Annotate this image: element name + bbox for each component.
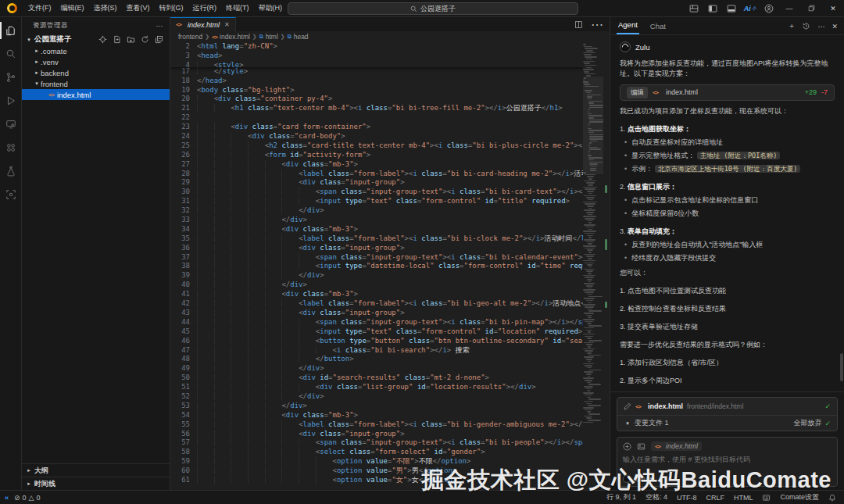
code-line[interactable]: 4 <style> [170,61,583,67]
code-line[interactable]: 52 </div> [170,392,583,402]
code-line[interactable]: 21 <h1 class="text-center mb-4"><i class… [170,104,583,113]
code-line[interactable]: 23 <div class="card form-container"> [170,123,583,132]
context-file-tag[interactable]: <> index.html [651,441,702,451]
comate-ai-icon[interactable]: Ai✧ [741,0,760,16]
code-line[interactable]: 40 </div> [170,281,583,290]
code-line[interactable]: 17 </style> [170,67,583,77]
remote-indicator-icon[interactable]: ›‹ [5,494,8,502]
menu-item[interactable]: 帮助(H) [254,1,288,16]
add-context-icon[interactable] [623,442,631,451]
code-line[interactable]: 45 <input type="text" class="form-contro… [170,327,583,337]
code-line[interactable]: 60 <option value="男">男</option> [170,466,583,476]
code-line[interactable]: 32 </div> [170,206,583,216]
code-line[interactable]: 35 <label class="form-label"><i class="b… [170,234,583,244]
status-item[interactable]: CRLF [706,494,724,502]
chat-scrollbar[interactable] [840,353,843,381]
close-window-button[interactable]: ✕ [822,0,844,16]
split-editor-icon[interactable] [574,20,583,29]
code-line[interactable]: 18</head> [170,77,583,86]
locate-file-icon[interactable] [98,35,107,44]
code-line[interactable]: 46 <button type="button" class="btn btn-… [170,337,583,346]
menu-item[interactable]: 转到(G) [155,1,188,16]
status-item[interactable]: 空格: 4 [646,492,667,502]
outline-section[interactable]: ▸大纲 [22,463,170,477]
remote-explorer-icon[interactable] [0,113,22,136]
code-line[interactable]: 31 <input type="text" class="form-contro… [170,197,583,206]
chevron-down-icon[interactable]: ▾ [624,420,631,427]
restore-button[interactable] [800,0,822,16]
menu-item[interactable]: 运行(R) [188,1,222,16]
timeline-section[interactable]: ▸时间线 [22,477,170,490]
code-line[interactable]: 48 </button> [170,355,583,364]
status-item[interactable]: 行 9, 列 1 [606,492,636,502]
source-control-icon[interactable] [0,66,22,89]
code-line[interactable]: 2<html lang="zh-CN"> [170,42,583,52]
notifications-bell-icon[interactable] [828,494,836,502]
tree-item-comate[interactable]: ▸.comate [22,45,170,56]
collapse-all-icon[interactable] [155,35,163,44]
code-line[interactable]: 41 <div class="mb-3"> [170,290,583,299]
chevron-down-icon[interactable]: ▾ [648,476,656,482]
attach-image-icon[interactable] [637,442,646,451]
code-line[interactable]: 29 <div class="input-group"> [170,178,583,188]
tree-item-frontend[interactable]: ▾frontend [22,78,170,89]
code-line[interactable]: 28 <label class="form-label"><i class="b… [170,170,583,179]
tree-item-venv[interactable]: ▸.venv [22,56,170,67]
explorer-icon[interactable] [0,19,22,42]
status-item[interactable]: HTML [734,494,753,502]
edit-file-card[interactable]: 编辑 <> index.html +29 -7 [620,84,835,101]
code-line[interactable]: 47 <i class="bi bi-search"></i> 搜索 [170,346,583,356]
code-line[interactable]: 50 <div id="search-results" class="mt-2 … [170,374,583,383]
agent-selector[interactable]: Zulu [634,475,648,483]
code-line[interactable]: 51 <div class="list-group" id="location-… [170,383,583,392]
status-item[interactable]: UTF-8 [677,494,697,502]
code-line[interactable]: 61 <option value="女">女</option> [170,476,583,485]
menu-item[interactable]: 编辑(E) [56,1,89,16]
history-icon[interactable] [802,22,810,30]
minimize-button[interactable]: — [778,0,800,16]
problems-indicator[interactable]: ⊘0 △0 [14,494,41,502]
code-line[interactable]: 57 <span class="input-group-text"><i cla… [170,438,583,448]
code-line[interactable]: 25 <h2 class="card-title text-center mb-… [170,141,583,151]
code-line[interactable]: 27 <div class="mb-3"> [170,160,583,170]
code-line[interactable]: 49 </div> [170,364,583,374]
new-file-icon[interactable] [113,35,121,44]
discard-all-button[interactable]: 全部放弃 [793,418,821,428]
code-line[interactable]: 3<head> [170,52,583,61]
explorer-more-icon[interactable]: ⋯ [156,22,164,30]
refresh-icon[interactable] [141,35,149,44]
code-line[interactable]: 36 <div class="input-group"> [170,244,583,253]
code-line[interactable]: 33 </div> [170,216,583,225]
menu-item[interactable]: 终端(T) [221,1,254,16]
breadcrumb-item[interactable]: html [266,33,278,41]
menu-item[interactable]: 选择(S) [89,1,122,16]
search-view-icon[interactable] [0,42,22,66]
tree-item-backend[interactable]: ▸backend [22,67,170,78]
code-line[interactable]: 43 <div class="input-group"> [170,309,583,318]
code-line[interactable]: 58 <select class="form-select" id="gende… [170,448,583,457]
code-line[interactable]: 53 </div> [170,402,583,411]
command-center-search[interactable]: 公园逛搭子 [288,2,578,15]
code-line[interactable]: 54 <div class="mb-3"> [170,411,583,420]
code-line[interactable]: 34 <div class="mb-3"> [170,225,583,234]
code-line[interactable]: 26 <form id="activity-form"> [170,151,583,160]
code-area[interactable]: 2<html lang="zh-CN">3<head>4 <style> 17 … [170,42,583,490]
testing-icon[interactable] [0,159,22,183]
menu-item[interactable]: 查看(V) [122,1,155,16]
chat-close-icon[interactable]: ✕ [831,23,838,30]
code-line[interactable]: 37 <span class="input-group-text"><i cla… [170,253,583,263]
account-icon[interactable] [760,0,778,16]
minimap[interactable] [583,42,603,490]
code-line[interactable]: 24 <div class="card-body"> [170,132,583,141]
comate-settings[interactable]: Comate设置 [780,492,819,502]
breadcrumb[interactable]: frontend❯<>index.html❯⧉html❯⧉head [170,31,610,42]
breadcrumb-item[interactable]: index.html [220,33,250,41]
tree-item-indexhtml[interactable]: <>index.html [22,89,170,100]
breadcrumb-item[interactable]: head [294,33,309,41]
tab-agent[interactable]: Agent [617,20,639,34]
extensions-icon[interactable] [0,136,22,159]
code-line[interactable]: 59 <option value="不限">不限</option> [170,457,583,466]
toggle-panel-icon[interactable] [722,0,741,16]
new-chat-icon[interactable]: ＋ [788,21,795,31]
editor-more-icon[interactable]: ⋯ [591,17,603,32]
